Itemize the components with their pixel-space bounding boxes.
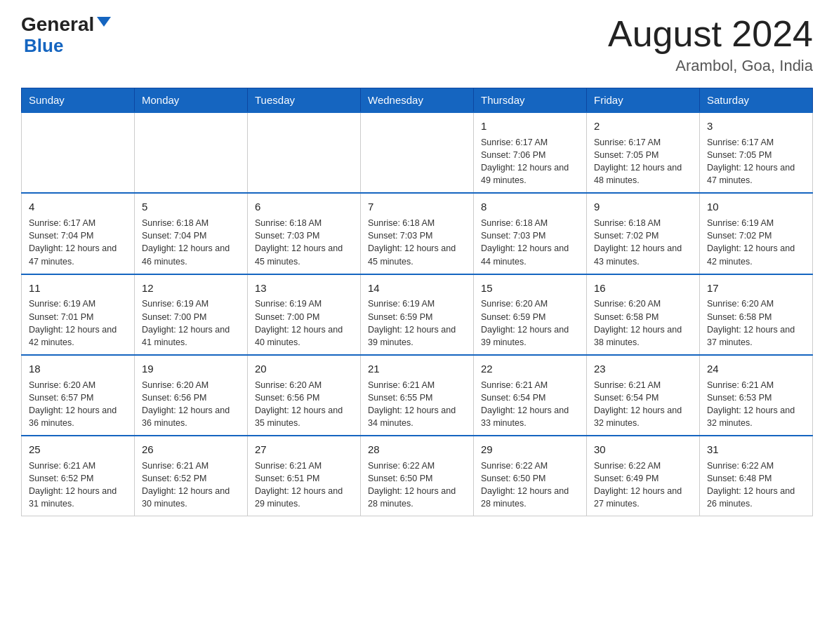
day-number: 17 [707, 281, 805, 296]
day-info: Sunrise: 6:22 AM Sunset: 6:50 PM Dayligh… [368, 459, 466, 511]
day-number: 23 [594, 361, 692, 377]
day-number: 4 [29, 199, 127, 215]
day-number: 5 [142, 199, 240, 215]
day-number: 1 [481, 119, 579, 134]
day-info: Sunrise: 6:20 AM Sunset: 6:56 PM Dayligh… [142, 379, 240, 430]
day-number: 21 [368, 361, 466, 377]
calendar-cell: 9Sunrise: 6:18 AM Sunset: 7:02 PM Daylig… [587, 193, 700, 274]
logo: General Blue [21, 14, 111, 55]
weekday-header-thursday: Thursday [474, 88, 587, 113]
calendar-cell: 14Sunrise: 6:19 AM Sunset: 6:59 PM Dayli… [361, 274, 474, 355]
day-info: Sunrise: 6:20 AM Sunset: 6:59 PM Dayligh… [481, 297, 579, 349]
calendar-week-4: 18Sunrise: 6:20 AM Sunset: 6:57 PM Dayli… [22, 355, 813, 436]
day-number: 28 [368, 442, 466, 457]
calendar-cell: 2Sunrise: 6:17 AM Sunset: 7:05 PM Daylig… [587, 112, 700, 193]
day-number: 15 [481, 281, 579, 296]
day-number: 8 [481, 199, 579, 215]
day-info: Sunrise: 6:18 AM Sunset: 7:03 PM Dayligh… [368, 217, 466, 268]
calendar-cell: 25Sunrise: 6:21 AM Sunset: 6:52 PM Dayli… [22, 436, 135, 516]
calendar-cell: 4Sunrise: 6:17 AM Sunset: 7:04 PM Daylig… [22, 193, 135, 274]
weekday-header-tuesday: Tuesday [248, 88, 361, 113]
day-number: 29 [481, 442, 579, 457]
calendar-cell: 3Sunrise: 6:17 AM Sunset: 7:05 PM Daylig… [700, 112, 813, 193]
calendar-week-3: 11Sunrise: 6:19 AM Sunset: 7:01 PM Dayli… [22, 274, 813, 355]
day-info: Sunrise: 6:22 AM Sunset: 6:48 PM Dayligh… [707, 459, 805, 511]
calendar-cell: 27Sunrise: 6:21 AM Sunset: 6:51 PM Dayli… [248, 436, 361, 516]
day-number: 12 [142, 281, 240, 296]
calendar-cell [248, 112, 361, 193]
calendar-cell [22, 112, 135, 193]
location: Arambol, Goa, India [608, 57, 813, 75]
day-number: 13 [255, 281, 353, 296]
weekday-header-saturday: Saturday [700, 88, 813, 113]
month-title: August 2024 [608, 14, 813, 54]
calendar-cell: 19Sunrise: 6:20 AM Sunset: 6:56 PM Dayli… [135, 355, 248, 436]
calendar-cell: 5Sunrise: 6:18 AM Sunset: 7:04 PM Daylig… [135, 193, 248, 274]
day-number: 10 [707, 199, 805, 215]
calendar-cell: 12Sunrise: 6:19 AM Sunset: 7:00 PM Dayli… [135, 274, 248, 355]
calendar-week-1: 1Sunrise: 6:17 AM Sunset: 7:06 PM Daylig… [22, 112, 813, 193]
day-number: 30 [594, 442, 692, 457]
day-info: Sunrise: 6:20 AM Sunset: 6:57 PM Dayligh… [29, 379, 127, 430]
day-info: Sunrise: 6:17 AM Sunset: 7:06 PM Dayligh… [481, 136, 579, 187]
day-number: 22 [481, 361, 579, 377]
day-info: Sunrise: 6:21 AM Sunset: 6:52 PM Dayligh… [142, 459, 240, 511]
day-number: 24 [707, 361, 805, 377]
day-number: 14 [368, 281, 466, 296]
calendar-cell: 8Sunrise: 6:18 AM Sunset: 7:03 PM Daylig… [474, 193, 587, 274]
weekday-header-row: SundayMondayTuesdayWednesdayThursdayFrid… [22, 88, 813, 113]
calendar-cell: 20Sunrise: 6:20 AM Sunset: 6:56 PM Dayli… [248, 355, 361, 436]
calendar-cell: 17Sunrise: 6:20 AM Sunset: 6:58 PM Dayli… [700, 274, 813, 355]
calendar-cell: 30Sunrise: 6:22 AM Sunset: 6:49 PM Dayli… [587, 436, 700, 516]
calendar-cell: 13Sunrise: 6:19 AM Sunset: 7:00 PM Dayli… [248, 274, 361, 355]
page-header: General Blue August 2024 Arambol, Goa, I… [21, 14, 813, 75]
day-number: 20 [255, 361, 353, 377]
calendar-cell: 18Sunrise: 6:20 AM Sunset: 6:57 PM Dayli… [22, 355, 135, 436]
day-info: Sunrise: 6:17 AM Sunset: 7:05 PM Dayligh… [594, 136, 692, 187]
day-info: Sunrise: 6:18 AM Sunset: 7:03 PM Dayligh… [481, 217, 579, 268]
calendar-cell: 7Sunrise: 6:18 AM Sunset: 7:03 PM Daylig… [361, 193, 474, 274]
logo-blue: Blue [24, 35, 63, 56]
day-info: Sunrise: 6:18 AM Sunset: 7:02 PM Dayligh… [594, 217, 692, 268]
day-number: 2 [594, 119, 692, 134]
day-info: Sunrise: 6:20 AM Sunset: 6:56 PM Dayligh… [255, 379, 353, 430]
day-info: Sunrise: 6:17 AM Sunset: 7:05 PM Dayligh… [707, 136, 805, 187]
weekday-header-friday: Friday [587, 88, 700, 113]
calendar-cell: 22Sunrise: 6:21 AM Sunset: 6:54 PM Dayli… [474, 355, 587, 436]
day-info: Sunrise: 6:21 AM Sunset: 6:53 PM Dayligh… [707, 379, 805, 430]
day-number: 26 [142, 442, 240, 457]
day-info: Sunrise: 6:19 AM Sunset: 6:59 PM Dayligh… [368, 297, 466, 349]
logo-triangle-icon [97, 17, 111, 27]
day-number: 16 [594, 281, 692, 296]
day-info: Sunrise: 6:20 AM Sunset: 6:58 PM Dayligh… [707, 297, 805, 349]
calendar-week-2: 4Sunrise: 6:17 AM Sunset: 7:04 PM Daylig… [22, 193, 813, 274]
day-info: Sunrise: 6:21 AM Sunset: 6:51 PM Dayligh… [255, 459, 353, 511]
calendar-cell: 1Sunrise: 6:17 AM Sunset: 7:06 PM Daylig… [474, 112, 587, 193]
day-info: Sunrise: 6:22 AM Sunset: 6:50 PM Dayligh… [481, 459, 579, 511]
calendar-cell: 31Sunrise: 6:22 AM Sunset: 6:48 PM Dayli… [700, 436, 813, 516]
day-number: 19 [142, 361, 240, 377]
day-info: Sunrise: 6:20 AM Sunset: 6:58 PM Dayligh… [594, 297, 692, 349]
calendar-cell [361, 112, 474, 193]
day-number: 6 [255, 199, 353, 215]
day-number: 31 [707, 442, 805, 457]
calendar-cell: 28Sunrise: 6:22 AM Sunset: 6:50 PM Dayli… [361, 436, 474, 516]
calendar-cell: 29Sunrise: 6:22 AM Sunset: 6:50 PM Dayli… [474, 436, 587, 516]
title-section: August 2024 Arambol, Goa, India [608, 14, 813, 75]
day-number: 27 [255, 442, 353, 457]
calendar-cell: 10Sunrise: 6:19 AM Sunset: 7:02 PM Dayli… [700, 193, 813, 274]
day-info: Sunrise: 6:19 AM Sunset: 7:00 PM Dayligh… [142, 297, 240, 349]
day-number: 11 [29, 281, 127, 296]
day-info: Sunrise: 6:21 AM Sunset: 6:54 PM Dayligh… [594, 379, 692, 430]
day-info: Sunrise: 6:19 AM Sunset: 7:01 PM Dayligh… [29, 297, 127, 349]
calendar-table: SundayMondayTuesdayWednesdayThursdayFrid… [21, 88, 813, 516]
day-info: Sunrise: 6:17 AM Sunset: 7:04 PM Dayligh… [29, 217, 127, 268]
day-info: Sunrise: 6:18 AM Sunset: 7:03 PM Dayligh… [255, 217, 353, 268]
day-number: 25 [29, 442, 127, 457]
day-info: Sunrise: 6:19 AM Sunset: 7:02 PM Dayligh… [707, 217, 805, 268]
calendar-cell: 21Sunrise: 6:21 AM Sunset: 6:55 PM Dayli… [361, 355, 474, 436]
weekday-header-wednesday: Wednesday [361, 88, 474, 113]
calendar-cell: 23Sunrise: 6:21 AM Sunset: 6:54 PM Dayli… [587, 355, 700, 436]
day-number: 18 [29, 361, 127, 377]
day-info: Sunrise: 6:21 AM Sunset: 6:54 PM Dayligh… [481, 379, 579, 430]
